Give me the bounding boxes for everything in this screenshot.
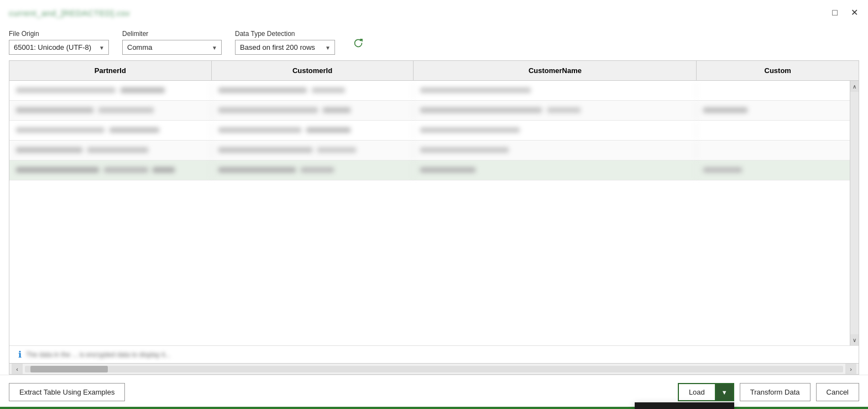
cell [9, 142, 212, 159]
delimiter-select-wrapper: Comma Tab Semicolon Space ▼ [122, 40, 222, 55]
column-header-custom-text: Custom [765, 66, 791, 75]
delimiter-label: Delimiter [122, 30, 222, 38]
cell [9, 102, 212, 119]
cell [414, 82, 697, 99]
transform-data-button[interactable]: Transform Data [740, 383, 811, 401]
cell [697, 126, 859, 135]
cell [212, 162, 414, 179]
column-header-customername: CustomerName [414, 61, 697, 80]
vertical-scrollbar[interactable]: ∧ ∨ [850, 81, 859, 345]
data-table-container: PartnerId CustomerId CustomerName Custom… [9, 60, 859, 375]
column-header-customerid: CustomerId [212, 61, 414, 80]
cell [697, 162, 859, 179]
load-dropdown-menu: Load Load To... [635, 402, 734, 409]
table-row [9, 141, 859, 161]
cell [697, 86, 859, 95]
cell [697, 102, 859, 119]
table-row [9, 121, 859, 141]
info-text: The data in the ... is encrypted data to… [26, 351, 170, 359]
dialog-title: current_and_[REDACTED].csv [9, 8, 130, 18]
delimiter-group: Delimiter Comma Tab Semicolon Space ▼ [122, 30, 222, 55]
table-row [9, 161, 859, 180]
window-controls: □ ✕ [829, 7, 861, 18]
data-type-select-wrapper: Based on first 200 rows Based on entire … [235, 40, 335, 55]
scroll-up-button[interactable]: ∧ [850, 81, 859, 92]
close-button[interactable]: ✕ [848, 7, 861, 18]
cell [414, 162, 697, 179]
delimiter-select[interactable]: Comma Tab Semicolon Space [122, 40, 222, 55]
column-header-custom: Custom ∧ [697, 61, 859, 80]
refresh-icon [353, 38, 364, 49]
footer-right: Load ▼ Load Load To... Transform Data Ca… [678, 383, 859, 401]
cell [414, 142, 697, 159]
info-icon: ℹ [18, 349, 22, 360]
load-dropdown-chevron-icon: ▼ [721, 389, 728, 396]
cell [9, 82, 212, 99]
info-bar: ℹ The data in the ... is encrypted data … [9, 345, 859, 363]
refresh-button[interactable] [351, 35, 366, 54]
load-button-group: Load ▼ Load Load To... [678, 383, 734, 401]
cell [212, 102, 414, 119]
table-row [9, 101, 859, 121]
scroll-right-button[interactable]: › [845, 364, 856, 375]
data-type-select[interactable]: Based on first 200 rows Based on entire … [235, 40, 335, 55]
file-origin-group: File Origin 65001: Unicode (UTF-8) 1252:… [9, 30, 109, 55]
controls-row: File Origin 65001: Unicode (UTF-8) 1252:… [0, 24, 868, 60]
cell [212, 122, 414, 139]
cell [9, 122, 212, 139]
table-body: ∧ ∨ [9, 81, 859, 345]
load-dropdown-button[interactable]: ▼ [715, 383, 734, 401]
column-header-partnerid: PartnerId [9, 61, 212, 80]
cell [414, 102, 697, 119]
title-bar: current_and_[REDACTED].csv □ ✕ [0, 0, 868, 24]
load-menu-item-load[interactable]: Load [635, 402, 734, 409]
bottom-accent-bar [0, 407, 868, 409]
h-scroll-track [25, 366, 843, 372]
footer-row: Extract Table Using Examples Load ▼ Load… [0, 375, 868, 409]
scroll-track [850, 92, 859, 334]
h-scroll-thumb [30, 366, 108, 372]
file-origin-select[interactable]: 65001: Unicode (UTF-8) 1252: Windows (AN… [9, 40, 109, 55]
data-type-label: Data Type Detection [235, 30, 335, 38]
dialog-container: current_and_[REDACTED].csv □ ✕ File Orig… [0, 0, 868, 409]
scroll-down-button[interactable]: ∨ [850, 334, 859, 345]
cell [414, 122, 697, 139]
table-header: PartnerId CustomerId CustomerName Custom… [9, 61, 859, 81]
table-row [9, 81, 859, 101]
minimize-button[interactable]: □ [829, 7, 841, 18]
cell [9, 162, 212, 179]
horizontal-scrollbar[interactable]: ‹ › [9, 363, 859, 374]
cell [212, 142, 414, 159]
cell [697, 146, 859, 155]
load-button[interactable]: Load [678, 383, 715, 401]
file-origin-select-wrapper: 65001: Unicode (UTF-8) 1252: Windows (AN… [9, 40, 109, 55]
cancel-button[interactable]: Cancel [816, 383, 859, 401]
file-origin-label: File Origin [9, 30, 109, 38]
data-type-group: Data Type Detection Based on first 200 r… [235, 30, 335, 55]
scroll-left-button[interactable]: ‹ [12, 364, 23, 375]
cell [212, 82, 414, 99]
extract-table-button[interactable]: Extract Table Using Examples [9, 383, 125, 401]
